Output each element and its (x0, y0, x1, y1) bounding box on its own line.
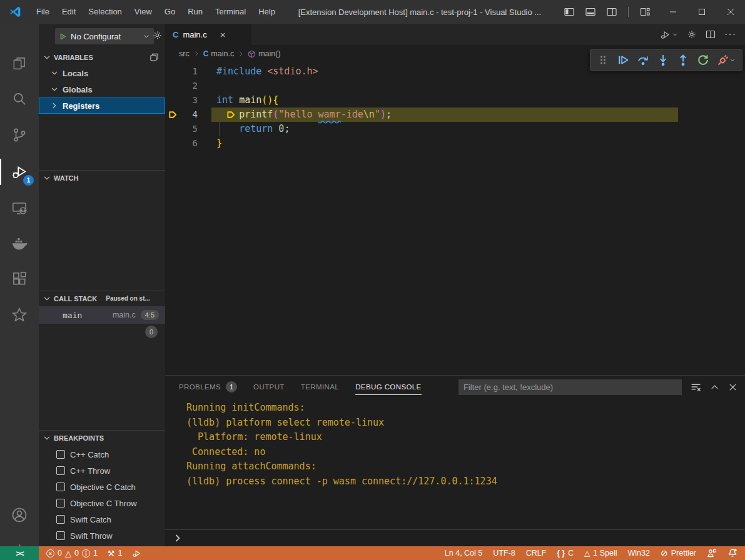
step-out-button[interactable] (676, 52, 691, 68)
debug-console-input-row[interactable] (165, 529, 745, 546)
line-number[interactable]: 1 (176, 64, 198, 79)
toggle-panel-icon[interactable] (585, 7, 595, 17)
configuration-label: No Configurat (71, 32, 139, 41)
status-encoding[interactable]: UTF-8 (493, 549, 515, 558)
breadcrumb-item[interactable]: src (179, 49, 190, 58)
tab-main-c[interactable]: C main.c × (165, 24, 251, 45)
variables-item-globals[interactable]: Globals (39, 81, 165, 98)
panel-tab-problems[interactable]: PROBLEMS1 (179, 376, 237, 398)
split-editor-icon[interactable] (706, 29, 716, 39)
close-window-button[interactable] (716, 0, 745, 24)
breakpoint-row[interactable]: C++ Throw (39, 462, 165, 479)
toggle-sidebar-icon[interactable] (564, 7, 574, 17)
more-actions-icon[interactable]: ··· (724, 29, 736, 40)
breakpoint-checkbox[interactable] (56, 499, 65, 508)
close-panel-icon[interactable] (728, 382, 737, 392)
source-control-icon[interactable] (0, 119, 39, 151)
status-cursor-position[interactable]: Ln 4, Col 5 (445, 549, 482, 558)
line-number[interactable]: 3 (176, 93, 198, 108)
customize-layout-icon[interactable] (640, 7, 650, 17)
drag-handle-icon[interactable] (595, 52, 611, 68)
remote-explorer-icon[interactable] (0, 192, 39, 224)
breakpoint-row[interactable]: Objective C Throw (39, 495, 165, 511)
code-line-4[interactable]: 4 printf("hello wamr-ide\n"); (165, 108, 745, 122)
explorer-icon[interactable] (0, 48, 39, 79)
toggle-secondary-sidebar-icon[interactable] (607, 7, 617, 17)
code-line-5[interactable]: 5 return 0; (165, 122, 745, 136)
restart-button[interactable] (696, 52, 711, 68)
code-line-3[interactable]: 3int main(){ (165, 93, 745, 108)
menu-edit[interactable]: Edit (56, 0, 82, 24)
breakpoint-checkbox[interactable] (56, 466, 65, 475)
run-and-debug-icon[interactable]: 1 (0, 156, 39, 188)
line-number[interactable]: 5 (176, 122, 198, 136)
breakpoint-checkbox[interactable] (56, 482, 65, 491)
menu-terminal[interactable]: Terminal (209, 0, 252, 24)
code-line-2[interactable]: 2 (165, 79, 745, 93)
docker-icon[interactable] (0, 228, 39, 259)
panel-tab-debug-console[interactable]: DEBUG CONSOLE (355, 376, 422, 398)
breakpoint-row[interactable]: Swift Throw (39, 528, 165, 544)
search-icon[interactable] (0, 83, 39, 114)
minimize-button[interactable] (659, 0, 687, 24)
status-feedback[interactable] (707, 548, 717, 558)
panel-tab-terminal[interactable]: TERMINAL (301, 376, 339, 398)
breakpoint-row[interactable]: C++ Catch (39, 446, 165, 462)
problems-status[interactable]: × 0 △ 0 i 1 (46, 549, 98, 558)
console-filter-input[interactable] (459, 379, 682, 395)
launch-configuration-dropdown[interactable]: No Configurat (55, 28, 154, 44)
line-number[interactable]: 2 (176, 79, 198, 93)
line-number[interactable]: 6 (176, 136, 198, 151)
status-spell-checker[interactable]: △1 Spell (584, 549, 617, 558)
breakpoints-section-header[interactable]: BREAKPOINTS (39, 430, 165, 445)
breakpoint-checkbox[interactable] (56, 531, 65, 540)
menubar: FileEditSelectionViewGoRunTerminalHelp (30, 0, 281, 24)
panel-tab-output[interactable]: OUTPUT (253, 376, 285, 398)
breakpoint-checkbox[interactable] (56, 450, 65, 459)
menu-file[interactable]: File (30, 0, 56, 24)
stack-frame-row[interactable]: main main.c 4:5 (39, 306, 165, 324)
toolchain-status[interactable]: ⚒ 1 (108, 549, 123, 558)
disconnect-button[interactable] (716, 52, 737, 68)
debug-status-icon[interactable] (132, 549, 141, 558)
code-area[interactable]: 1#include <stdio.h>23int main(){4 printf… (165, 62, 745, 375)
open-launch-json-gear-icon[interactable] (152, 30, 163, 41)
status-language-mode[interactable]: { }C (557, 549, 574, 558)
variables-section-header[interactable]: VARIABLES (39, 50, 165, 65)
continue-button[interactable] (616, 52, 631, 68)
breakpoint-row[interactable]: Swift Catch (39, 511, 165, 528)
menu-go[interactable]: Go (158, 0, 181, 24)
menu-view[interactable]: View (128, 0, 158, 24)
line-number[interactable]: 4 (176, 108, 198, 122)
extensions-icon[interactable] (0, 263, 39, 294)
breakpoint-checkbox[interactable] (56, 515, 65, 524)
status-formatter[interactable]: ⊘Prettier (661, 548, 696, 558)
code-line-6[interactable]: 6} (165, 136, 745, 151)
vscode-logo-icon[interactable] (0, 6, 30, 18)
copy-value-icon[interactable] (150, 52, 159, 62)
close-tab-icon[interactable]: × (220, 30, 226, 39)
status-notifications[interactable] (727, 548, 737, 558)
menu-help[interactable]: Help (252, 0, 281, 24)
breakpoint-row[interactable]: Objective C Catch (39, 479, 165, 495)
accounts-icon[interactable] (0, 499, 39, 531)
breadcrumb-item[interactable]: Cmain.c (203, 49, 235, 58)
status-platform[interactable]: Win32 (628, 549, 650, 558)
step-into-button[interactable] (656, 52, 671, 68)
step-over-button[interactable] (636, 52, 651, 68)
menu-selection[interactable]: Selection (82, 0, 128, 24)
clear-console-icon[interactable] (691, 382, 701, 392)
run-or-debug-button[interactable] (660, 29, 678, 40)
variables-item-registers[interactable]: Registers (39, 98, 165, 114)
breadcrumb-item[interactable]: main() (248, 49, 280, 58)
remote-indicator[interactable]: >< (0, 546, 39, 560)
menu-run[interactable]: Run (181, 0, 209, 24)
call-stack-section-header[interactable]: CALL STACK Paused on st... (39, 291, 165, 306)
watch-section-header[interactable]: WATCH (39, 170, 165, 185)
maximize-panel-icon[interactable] (710, 382, 719, 392)
status-eol[interactable]: CRLF (526, 549, 547, 558)
maximize-button[interactable] (687, 0, 716, 24)
editor-settings-gear-icon[interactable] (687, 29, 697, 39)
favorites-star-icon[interactable] (0, 299, 39, 331)
variables-item-locals[interactable]: Locals (39, 65, 165, 81)
